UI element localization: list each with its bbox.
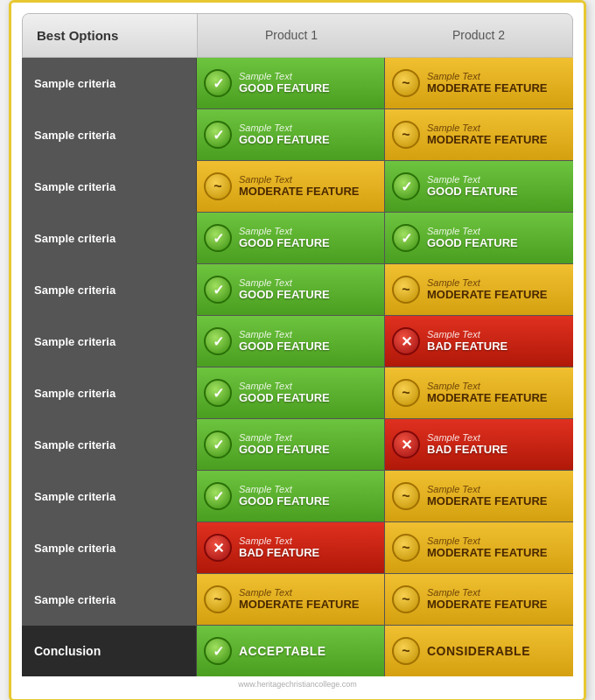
feature-label-text: BAD FEATURE	[427, 340, 508, 354]
feature-label-text: MODERATE FEATURE	[427, 81, 547, 95]
check-icon: ✓	[204, 121, 232, 149]
table-header: Best Options Product 1 Product 2	[22, 13, 573, 58]
table-row: Sample criteria✕Sample TextBAD FEATURE~S…	[22, 522, 573, 574]
feature-cell: ~CONSIDERABLE	[385, 626, 573, 676]
check-icon: ✓	[392, 224, 420, 252]
feature-label-text: MODERATE FEATURE	[239, 185, 359, 199]
feature-text-block: Sample TextMODERATE FEATURE	[239, 587, 359, 612]
feature-text-block: Sample TextGOOD FEATURE	[427, 174, 518, 199]
feature-label-text: GOOD FEATURE	[239, 288, 330, 302]
criteria-cell: Sample criteria	[22, 264, 197, 315]
table-row: Sample criteria✓Sample TextGOOD FEATURE✕…	[22, 316, 573, 368]
feature-sample-text: Sample Text	[427, 122, 547, 133]
check-icon: ✓	[204, 69, 232, 97]
feature-text-block: Sample TextGOOD FEATURE	[239, 226, 330, 250]
feature-cell: ✓Sample TextGOOD FEATURE	[197, 419, 385, 470]
criteria-cell: Sample criteria	[22, 471, 197, 522]
feature-sample-text: Sample Text	[239, 381, 330, 391]
feature-label-text: GOOD FEATURE	[239, 133, 330, 147]
criteria-cell: Sample criteria	[22, 316, 197, 367]
tilde-icon: ~	[204, 172, 232, 200]
check-icon: ✓	[204, 637, 232, 665]
feature-cell: ~Sample TextMODERATE FEATURE	[385, 109, 573, 160]
feature-label-text: MODERATE FEATURE	[427, 598, 547, 612]
tilde-icon: ~	[204, 585, 232, 613]
feature-cell: ~Sample TextMODERATE FEATURE	[385, 58, 573, 108]
feature-sample-text: Sample Text	[427, 484, 547, 494]
table-row: Sample criteria~Sample TextMODERATE FEAT…	[22, 574, 573, 626]
comparison-table-wrapper: Best Options Product 1 Product 2 Sample …	[9, 0, 586, 700]
feature-cell: ~Sample TextMODERATE FEATURE	[385, 368, 573, 418]
check-icon: ✓	[204, 482, 232, 510]
feature-text-block: Sample TextMODERATE FEATURE	[427, 587, 547, 612]
feature-text-block: Sample TextBAD FEATURE	[427, 329, 508, 354]
feature-text-block: Sample TextMODERATE FEATURE	[427, 71, 547, 95]
feature-sample-text: Sample Text	[239, 432, 330, 443]
table-row: Sample criteria~Sample TextMODERATE FEAT…	[22, 161, 573, 213]
feature-label-text: GOOD FEATURE	[239, 81, 330, 95]
feature-cell: ~Sample TextMODERATE FEATURE	[197, 161, 385, 212]
tilde-icon: ~	[392, 69, 420, 97]
feature-text-block: Sample TextMODERATE FEATURE	[239, 174, 359, 199]
feature-cell: ✓Sample TextGOOD FEATURE	[197, 368, 385, 418]
feature-sample-text: Sample Text	[239, 536, 319, 546]
feature-text-block: Sample TextGOOD FEATURE	[239, 484, 330, 508]
criteria-cell: Sample criteria	[22, 58, 197, 108]
feature-sample-text: Sample Text	[239, 71, 330, 81]
check-icon: ✓	[204, 224, 232, 252]
feature-sample-text: Sample Text	[427, 174, 518, 185]
feature-label-text: GOOD FEATURE	[427, 185, 518, 199]
feature-sample-text: Sample Text	[427, 71, 547, 81]
feature-text-block: Sample TextBAD FEATURE	[239, 536, 319, 560]
table-row: Sample criteria✓Sample TextGOOD FEATURE✓…	[22, 213, 573, 264]
tilde-icon: ~	[392, 482, 420, 510]
feature-label-text: BAD FEATURE	[427, 443, 508, 457]
feature-text-block: Sample TextMODERATE FEATURE	[427, 536, 547, 560]
feature-label-text: MODERATE FEATURE	[427, 494, 547, 508]
feature-label-text: BAD FEATURE	[239, 546, 319, 560]
check-icon: ✓	[392, 172, 420, 200]
table-row: Sample criteria✓Sample TextGOOD FEATURE~…	[22, 264, 573, 316]
conclusion-criteria-cell: Conclusion	[22, 626, 197, 676]
feature-sample-text: Sample Text	[239, 226, 330, 236]
feature-sample-text: Sample Text	[427, 329, 508, 340]
feature-cell: ✕Sample TextBAD FEATURE	[385, 419, 573, 470]
feature-label-text: GOOD FEATURE	[239, 236, 330, 250]
feature-cell: ✕Sample TextBAD FEATURE	[197, 522, 385, 573]
feature-cell: ✕Sample TextBAD FEATURE	[385, 316, 573, 367]
check-icon: ✓	[204, 327, 232, 355]
feature-text-block: Sample TextMODERATE FEATURE	[427, 122, 547, 147]
feature-sample-text: Sample Text	[239, 174, 359, 185]
tilde-icon: ~	[392, 585, 420, 613]
table-row: Sample criteria✓Sample TextGOOD FEATURE~…	[22, 109, 573, 161]
cross-icon: ✕	[392, 327, 420, 355]
tilde-icon: ~	[392, 276, 420, 304]
tilde-icon: ~	[392, 534, 420, 562]
feature-text-block: Sample TextGOOD FEATURE	[239, 329, 330, 354]
feature-cell: ~Sample TextMODERATE FEATURE	[197, 574, 385, 625]
check-icon: ✓	[204, 430, 232, 458]
feature-text-block: Sample TextGOOD FEATURE	[239, 432, 330, 457]
feature-text-block: Sample TextBAD FEATURE	[427, 432, 508, 457]
watermark: www.heritagechristiancollege.com	[22, 680, 573, 689]
feature-text-block: Sample TextMODERATE FEATURE	[427, 484, 547, 508]
feature-label-text: MODERATE FEATURE	[427, 133, 547, 147]
criteria-cell: Sample criteria	[22, 574, 197, 625]
feature-cell: ✓Sample TextGOOD FEATURE	[197, 264, 385, 315]
conclusion-label: CONSIDERABLE	[427, 644, 530, 658]
feature-cell: ✓Sample TextGOOD FEATURE	[385, 213, 573, 263]
criteria-cell: Sample criteria	[22, 522, 197, 573]
feature-text-block: Sample TextGOOD FEATURE	[239, 122, 330, 147]
feature-cell: ✓Sample TextGOOD FEATURE	[197, 316, 385, 367]
feature-label-text: GOOD FEATURE	[239, 391, 330, 405]
feature-label-text: GOOD FEATURE	[427, 236, 518, 250]
feature-label-text: GOOD FEATURE	[239, 494, 330, 508]
feature-sample-text: Sample Text	[427, 277, 547, 288]
feature-text-block: Sample TextMODERATE FEATURE	[427, 277, 547, 302]
table-row: Sample criteria✓Sample TextGOOD FEATURE~…	[22, 471, 573, 522]
feature-cell: ~Sample TextMODERATE FEATURE	[385, 471, 573, 522]
feature-sample-text: Sample Text	[427, 587, 547, 598]
feature-sample-text: Sample Text	[239, 122, 330, 133]
table-row: Sample criteria✓Sample TextGOOD FEATURE~…	[22, 58, 573, 109]
header-product2: Product 2	[385, 14, 572, 57]
